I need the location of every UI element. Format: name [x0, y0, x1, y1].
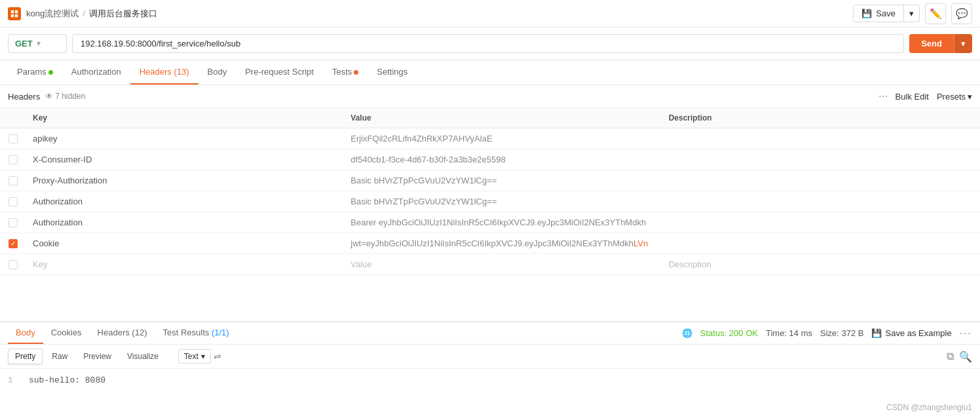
edit-icon-button[interactable]: ✏️: [925, 3, 946, 24]
row4-checkbox-cell[interactable]: [0, 191, 26, 212]
tab-headers-label: Headers (13): [140, 67, 189, 77]
tab-tests-label: Tests: [332, 67, 352, 77]
tab-authorization-label: Authorization: [71, 67, 121, 77]
response-more-icon[interactable]: ···: [960, 328, 972, 339]
tab-headers[interactable]: Headers (13): [130, 60, 198, 85]
row3-checkbox-cell[interactable]: [0, 170, 26, 191]
row6-checkbox[interactable]: [9, 239, 18, 248]
breadcrumb: kong流控测试 / 调用后台服务接口: [26, 8, 157, 20]
save-icon: 💾: [861, 9, 872, 18]
send-button-group[interactable]: Send ▾: [909, 34, 972, 53]
col-checkbox: [0, 108, 26, 128]
tests-dot: [354, 70, 358, 75]
breadcrumb-separator: /: [83, 9, 85, 18]
topbar-right: 💾 Save ▾ ✏️ 💬: [853, 3, 972, 24]
resp-tab-test-results[interactable]: Test Results (1/1): [155, 322, 236, 344]
format-tab-visualize[interactable]: Visualize: [121, 349, 165, 364]
resp-tab-body[interactable]: Body: [8, 322, 43, 344]
row5-key: Authorization: [26, 212, 344, 233]
new-row-value[interactable]: Value: [344, 254, 662, 274]
url-input[interactable]: [72, 34, 904, 53]
params-dot: [48, 70, 53, 75]
row2-value: df540cb1-f3ce-4d67-b30f-2a3b3e2e5598: [344, 149, 662, 170]
svg-rect-1: [15, 10, 18, 12]
row2-checkbox-cell[interactable]: [0, 149, 26, 170]
response-tabs-left: Body Cookies Headers (12) Test Results (…: [8, 322, 237, 344]
headers-actions: ··· Bulk Edit Presets ▾: [878, 90, 972, 102]
row5-value: Bearer eyJhbGciOiJIUzI1NiIsInR5cCI6IkpXV…: [344, 212, 662, 233]
format-tab-preview[interactable]: Preview: [77, 349, 118, 364]
text-type-label: Text: [184, 352, 198, 361]
format-tab-raw[interactable]: Raw: [45, 349, 74, 364]
bulk-edit-button[interactable]: Bulk Edit: [895, 92, 929, 102]
resp-tab-cookies[interactable]: Cookies: [43, 322, 90, 344]
new-row-checkbox-cell[interactable]: [0, 254, 26, 274]
tab-params[interactable]: Params: [8, 60, 62, 85]
tab-authorization[interactable]: Authorization: [62, 60, 130, 85]
format-preview-label: Preview: [83, 352, 111, 361]
breadcrumb-root: kong流控测试: [26, 8, 79, 20]
app-logo: [8, 7, 21, 20]
row2-description: [662, 149, 980, 170]
format-tab-pretty[interactable]: Pretty: [8, 349, 43, 364]
text-type-selector[interactable]: Text ▾: [178, 349, 211, 364]
resp-tab-headers[interactable]: Headers (12): [90, 322, 155, 344]
row4-checkbox[interactable]: [9, 197, 18, 206]
format-visualize-label: Visualize: [127, 352, 159, 361]
method-select[interactable]: GET ▾: [8, 34, 67, 53]
row5-description: [662, 212, 980, 233]
row5-checkbox-cell[interactable]: [0, 212, 26, 233]
tab-pre-request-label: Pre-request Script: [245, 67, 314, 77]
comment-icon-button[interactable]: 💬: [951, 3, 972, 24]
hidden-count: 7 hidden: [55, 92, 85, 101]
table-header: Key Value Description: [0, 108, 980, 128]
row3-checkbox[interactable]: [9, 176, 18, 185]
code-area: 1 sub-hello: 8080: [0, 369, 980, 392]
row6-checkbox-cell[interactable]: [0, 233, 26, 254]
globe-icon: 🌐: [682, 328, 692, 338]
tab-tests[interactable]: Tests: [323, 60, 368, 85]
headers-title: Headers 👁 7 hidden: [8, 92, 85, 102]
row1-checkbox[interactable]: [9, 134, 18, 143]
response-body-tabs: Pretty Raw Preview Visualize Text ▾ ⇌ ⧉ …: [0, 345, 980, 369]
tab-params-label: Params: [17, 67, 47, 77]
tab-settings[interactable]: Settings: [368, 60, 417, 85]
headers-more-icon[interactable]: ···: [878, 90, 887, 102]
headers-section: Headers 👁 7 hidden ··· Bulk Edit Presets…: [0, 85, 980, 321]
row2-checkbox[interactable]: [9, 155, 18, 164]
row3-key: Proxy-Authorization: [26, 170, 344, 191]
resp-tab-headers-label: Headers (12): [98, 328, 147, 337]
method-value: GET: [15, 39, 33, 48]
row5-checkbox[interactable]: [9, 218, 18, 227]
search-icon[interactable]: 🔍: [959, 350, 972, 363]
row4-value: Basic bHVrZTpPcGVuU2VzYW1lCg==: [344, 191, 662, 212]
tab-body[interactable]: Body: [198, 60, 236, 85]
presets-chevron: ▾: [968, 92, 972, 102]
tab-pre-request[interactable]: Pre-request Script: [236, 60, 323, 85]
save-example-button[interactable]: 💾 Save as Example: [871, 328, 951, 338]
text-type-chevron: ▾: [201, 352, 205, 361]
new-row-key[interactable]: Key: [26, 254, 344, 274]
headers-toolbar: Headers 👁 7 hidden ··· Bulk Edit Presets…: [0, 85, 980, 108]
wrap-button[interactable]: ⇌: [214, 351, 221, 362]
row1-checkbox-cell[interactable]: [0, 128, 26, 149]
row4-description: [662, 191, 980, 212]
row3-value: Basic bHVrZTpPcGVuU2VzYW1lCg==: [344, 170, 662, 191]
table-row: X-Consumer-ID df540cb1-f3ce-4d67-b30f-2a…: [0, 149, 980, 170]
presets-button[interactable]: Presets ▾: [937, 92, 972, 102]
table-row: Proxy-Authorization Basic bHVrZTpPcGVuU2…: [0, 170, 980, 191]
new-row-checkbox[interactable]: [9, 260, 18, 269]
send-dropdown-arrow[interactable]: ▾: [954, 34, 972, 53]
status-text: Status: 200 OK: [700, 328, 758, 338]
table-row: Authorization Bearer eyJhbGciOiJIUzI1NiI…: [0, 212, 980, 233]
copy-icon[interactable]: ⧉: [947, 350, 954, 362]
test-results-count: (1/1): [212, 328, 229, 337]
send-button[interactable]: Send: [909, 34, 954, 53]
row6-value-highlight: LVn: [633, 238, 648, 248]
row6-description: [662, 233, 980, 254]
save-example-icon: 💾: [871, 328, 882, 338]
save-dropdown-arrow[interactable]: ▾: [903, 5, 919, 22]
new-row-description[interactable]: Description: [662, 254, 980, 274]
save-button-group[interactable]: 💾 Save ▾: [853, 5, 920, 22]
save-button[interactable]: 💾 Save: [854, 5, 903, 22]
